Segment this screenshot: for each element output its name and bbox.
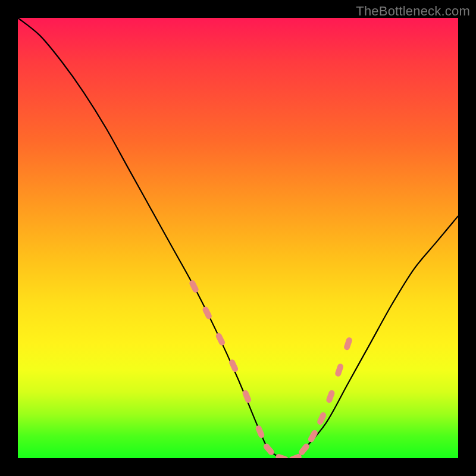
curve-line — [18, 18, 458, 458]
highlight-dot — [325, 389, 336, 403]
highlight-dots — [189, 279, 353, 458]
chart-frame: TheBottleneck.com — [0, 0, 476, 476]
highlight-dot — [242, 389, 252, 403]
highlight-dot — [307, 429, 319, 443]
highlight-dot — [228, 359, 239, 373]
watermark-text: TheBottleneck.com — [356, 4, 470, 19]
highlight-dot — [334, 363, 344, 377]
highlight-dot — [343, 337, 353, 351]
highlight-dot — [202, 306, 213, 320]
highlight-dot — [189, 279, 200, 293]
bottleneck-curve — [18, 18, 458, 458]
highlight-dot — [215, 332, 226, 346]
highlight-dot — [275, 453, 289, 458]
plot-area — [18, 18, 458, 458]
highlight-dot — [255, 425, 265, 439]
